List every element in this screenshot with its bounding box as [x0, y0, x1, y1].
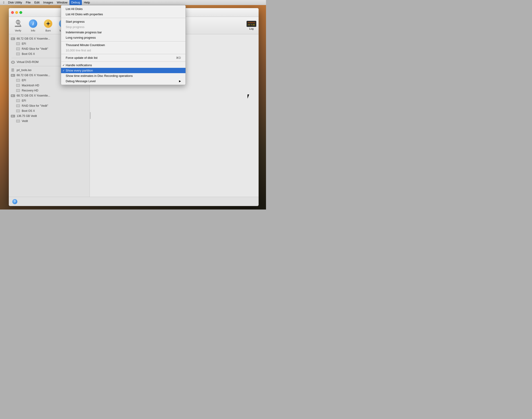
sidebar-item-vedit-part[interactable]: Vedit	[9, 118, 89, 124]
sidebar-item-vedit-disk[interactable]: 136.75 GB Vedit	[9, 113, 89, 118]
handle-notifications-check: ✓	[62, 64, 65, 67]
menu-show-time-estimates[interactable]: Show time estimates in Disc Recording op…	[61, 73, 186, 79]
menu-debug-message-level[interactable]: Debug Message Level ▶	[61, 79, 186, 84]
vedit-disk-label: 136.75 GB Vedit	[17, 114, 37, 118]
boot1-icon	[16, 52, 20, 56]
resize-handle[interactable]	[90, 111, 91, 120]
burn-icon	[43, 19, 53, 28]
mac-hd-label: Macintosh HD	[22, 84, 39, 87]
close-button[interactable]	[11, 11, 14, 14]
verify-button[interactable]: Verify	[11, 18, 25, 33]
svg-rect-53	[16, 120, 20, 122]
minimize-button[interactable]	[15, 11, 18, 14]
raid1-icon	[16, 47, 20, 51]
svg-point-51	[13, 116, 14, 117]
efi2-label: EFI	[22, 79, 26, 82]
force-update-shortcut: ⌘D	[176, 56, 181, 60]
svg-rect-35	[16, 79, 20, 81]
boot3-icon	[16, 109, 20, 113]
svg-point-26	[13, 62, 13, 63]
efi1-icon	[16, 42, 20, 46]
disk2-icon	[11, 73, 15, 77]
menubar-edit[interactable]: Edit	[32, 0, 41, 5]
burn-button[interactable]: Burn	[41, 18, 55, 33]
debug-dropdown-menu: List All Disks List All Disks with prope…	[61, 5, 186, 85]
bottom-bar: ?	[9, 197, 259, 206]
svg-point-33	[13, 75, 14, 76]
log-label: Log	[249, 27, 254, 30]
menubar-debug[interactable]: Debug	[69, 0, 82, 5]
burn-label: Burn	[45, 29, 51, 32]
svg-rect-23	[16, 53, 20, 55]
iso-icon	[11, 68, 15, 72]
menu-sep-3	[61, 54, 186, 54]
menu-sep-2	[61, 41, 186, 41]
verify-icon	[13, 19, 23, 28]
svg-point-4	[47, 23, 49, 25]
disk1-icon	[11, 37, 15, 40]
raid3-label: RAID Slice for "Vedit"	[22, 104, 48, 107]
svg-point-42	[13, 95, 14, 96]
verify-label: Verify	[15, 29, 21, 32]
svg-rect-48	[16, 110, 20, 112]
efi3-label: EFI	[22, 99, 26, 102]
svg-rect-46	[16, 105, 20, 107]
svg-rect-37	[16, 84, 20, 86]
menubar-window[interactable]: Window	[55, 0, 69, 5]
menu-indeterminate-progress[interactable]: Indeterminate progress bar	[61, 30, 186, 35]
sidebar-item-raid3[interactable]: RAID Slice for "Vedit"	[9, 103, 89, 108]
menu-ten-thousand: 10,000 line first aid	[61, 48, 186, 53]
info-button[interactable]: i Info	[26, 18, 40, 33]
boot3-label: Boot OS X	[22, 109, 35, 113]
menu-list-all-disks-props[interactable]: List All Disks with properties	[61, 12, 186, 17]
iso-label: prl_tools.iso	[17, 68, 31, 72]
log-button[interactable]: WARNIN AY 7:36	[247, 21, 256, 27]
svg-rect-1	[18, 20, 19, 25]
disk2-label: 68.72 GB OS X Yosemite...	[17, 74, 50, 77]
svg-rect-21	[16, 48, 20, 50]
menu-sep-1	[61, 18, 186, 18]
sidebar-item-efi3[interactable]: EFI	[9, 98, 89, 103]
svg-point-17	[13, 38, 14, 39]
menu-stop-progress: Stop progress	[61, 24, 186, 30]
apple-menu[interactable]: 	[1, 0, 6, 5]
svg-rect-44	[16, 100, 20, 102]
menubar:  Disk Utility File Edit Images Window D…	[0, 0, 266, 5]
efi1-label: EFI	[22, 42, 26, 45]
debug-message-arrow: ▶	[179, 80, 181, 83]
menu-list-all-disks[interactable]: List All Disks	[61, 6, 186, 12]
dvd-icon	[11, 60, 15, 64]
disk1-label: 68.72 GB OS X Yosemite...	[17, 37, 50, 40]
sidebar-item-boot3[interactable]: Boot OS X	[9, 108, 89, 113]
disk3-label: 68.72 GB OS X Yosemite...	[17, 94, 50, 97]
menu-start-progress[interactable]: Start progress	[61, 19, 186, 24]
menu-force-update[interactable]: Force update of disk list ⌘D	[61, 55, 186, 60]
menubar-help[interactable]: Help	[82, 0, 92, 5]
menubar-disk-utility[interactable]: Disk Utility	[6, 0, 24, 5]
recovery-label: Recovery HD	[22, 89, 38, 92]
sidebar-item-disk3[interactable]: 68.72 GB OS X Yosemite...	[9, 93, 89, 98]
vedit-disk-icon	[11, 114, 15, 118]
efi2-icon	[16, 79, 20, 82]
traffic-lights	[11, 11, 22, 14]
menubar-file[interactable]: File	[24, 0, 32, 5]
sidebar-item-recovery[interactable]: Recovery HD	[9, 88, 89, 93]
svg-rect-19	[16, 43, 20, 45]
menu-show-every-partition[interactable]: ✓ Show every partition	[61, 68, 186, 73]
raid3-icon	[16, 104, 20, 108]
menu-thousand-minute[interactable]: Thousand Minute Countdown	[61, 42, 186, 48]
help-button[interactable]: ?	[12, 199, 17, 204]
mac-hd-icon	[16, 84, 20, 87]
recovery-icon	[16, 89, 20, 92]
maximize-button[interactable]	[19, 11, 22, 14]
vedit-part-icon	[16, 119, 20, 123]
info-icon: i	[28, 19, 38, 28]
disk3-icon	[11, 94, 15, 97]
info-label: Info	[31, 29, 35, 32]
boot1-label: Boot OS X	[22, 52, 35, 55]
menubar-images[interactable]: Images	[41, 0, 55, 5]
efi3-icon	[16, 99, 20, 103]
menu-handle-notifications[interactable]: ✓ Handle notifications	[61, 63, 186, 68]
show-partition-check: ✓	[62, 69, 65, 72]
menu-long-running-progress[interactable]: Long running progress	[61, 35, 186, 40]
